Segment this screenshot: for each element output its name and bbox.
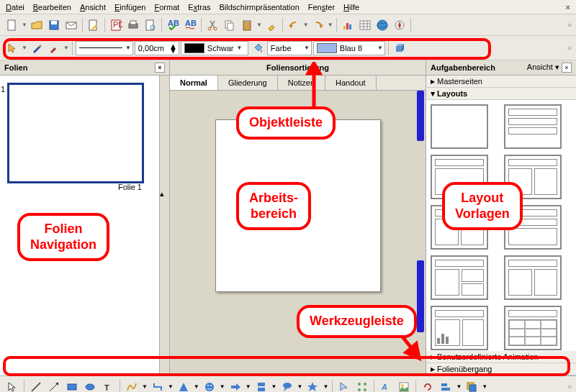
from-file-icon[interactable]: [396, 379, 412, 393]
open-icon[interactable]: [29, 17, 45, 33]
text-tool-icon[interactable]: T: [100, 379, 116, 393]
workspace-panel: Foliensortierung Normal Gliederung Notiz…: [170, 60, 426, 375]
copy-icon[interactable]: [222, 17, 238, 33]
smiley-icon[interactable]: [202, 379, 217, 393]
line-color-dropdown[interactable]: Schwar▼: [181, 41, 248, 55]
svg-point-45: [364, 388, 366, 391]
mail-icon[interactable]: [63, 17, 79, 33]
menu-datei[interactable]: Datei: [6, 3, 24, 12]
basic-shapes-icon[interactable]: [176, 379, 192, 393]
pdf-icon[interactable]: PDF: [108, 17, 124, 33]
cut-icon[interactable]: [204, 17, 220, 33]
bucket-fill-icon[interactable]: [250, 40, 266, 56]
line-tool-icon[interactable]: [28, 379, 44, 393]
tab-notizen[interactable]: Notizen: [278, 76, 325, 90]
select-tool-icon[interactable]: [4, 379, 20, 393]
3d-effect-icon[interactable]: [392, 40, 408, 56]
tab-normal[interactable]: Normal: [170, 76, 218, 90]
fill-type-dropdown[interactable]: Farbe▼: [267, 41, 312, 55]
menu-ansicht[interactable]: Ansicht: [80, 3, 106, 12]
svg-text:ABC: ABC: [185, 19, 197, 27]
layout-item[interactable]: [504, 306, 562, 350]
undo-icon[interactable]: [286, 17, 302, 33]
svg-point-36: [205, 383, 214, 391]
align-icon[interactable]: [438, 379, 454, 393]
fill-color-dropdown[interactable]: Blau 8▼: [313, 41, 385, 55]
fontwork-icon[interactable]: A: [378, 379, 394, 393]
layout-item[interactable]: [431, 104, 488, 149]
arrow-tool-icon[interactable]: [4, 40, 20, 56]
line-width-input[interactable]: 0,00cm▲▼: [135, 41, 179, 55]
menu-fenster[interactable]: Fenster: [308, 3, 335, 12]
navigator-icon[interactable]: [392, 17, 408, 33]
rect-tool-icon[interactable]: [64, 379, 80, 393]
task-close-icon[interactable]: ×: [562, 63, 572, 73]
layout-item[interactable]: [431, 205, 488, 250]
svg-point-38: [210, 385, 212, 386]
edit-doc-icon[interactable]: [86, 17, 102, 33]
chart-icon[interactable]: [340, 17, 356, 33]
svg-rect-16: [228, 23, 233, 30]
tab-gliederung[interactable]: Gliederung: [218, 76, 278, 90]
hyperlink-icon[interactable]: [374, 17, 390, 33]
callout-icon[interactable]: [279, 379, 295, 393]
layout-item[interactable]: [431, 306, 488, 350]
panel-close-icon[interactable]: ×: [155, 63, 165, 73]
section-animation[interactable]: ▶Benutzerdefinierte Animation: [426, 351, 576, 363]
menu-format[interactable]: Format: [154, 3, 179, 12]
layout-item[interactable]: [431, 255, 488, 300]
scrollbar-bottom[interactable]: [417, 260, 424, 332]
menu-einfuegen[interactable]: Einfügen: [114, 3, 145, 12]
new-doc-icon[interactable]: [4, 17, 20, 33]
print-preview-icon[interactable]: [143, 17, 158, 33]
section-masterseiten[interactable]: ▶Masterseiten: [426, 76, 576, 88]
ellipse-tool-icon[interactable]: [82, 379, 98, 393]
section-transition[interactable]: ▶Folienübergang: [426, 363, 576, 375]
menu-extras[interactable]: Extras: [188, 3, 210, 12]
redo-icon[interactable]: [310, 17, 326, 33]
layout-item[interactable]: [504, 255, 562, 300]
scrollbar-top[interactable]: [417, 91, 424, 141]
slides-scrollbar[interactable]: ▴: [159, 76, 169, 375]
tab-handout[interactable]: Handout: [325, 76, 377, 90]
section-layouts[interactable]: ▶Layouts: [426, 88, 576, 100]
pen-tool-icon[interactable]: [29, 40, 45, 56]
paste-icon[interactable]: [239, 17, 255, 33]
brush-icon[interactable]: [46, 40, 62, 56]
line-style-dropdown[interactable]: ▼: [76, 41, 133, 55]
table-icon[interactable]: [357, 17, 373, 33]
layout-item[interactable]: [504, 104, 562, 149]
svg-rect-2: [51, 21, 57, 24]
svg-rect-33: [68, 384, 76, 390]
spellcheck-icon[interactable]: ABC: [165, 17, 181, 33]
slides-panel-title: Folien ×: [0, 60, 169, 76]
glue-points-icon[interactable]: [354, 379, 370, 393]
format-paint-icon[interactable]: [264, 17, 279, 33]
flowchart-icon[interactable]: [253, 379, 269, 393]
layout-item[interactable]: [431, 155, 488, 199]
slide-canvas[interactable]: [215, 119, 381, 292]
close-icon[interactable]: ×: [566, 3, 570, 12]
curve-tool-icon[interactable]: [124, 379, 140, 393]
connector-tool-icon[interactable]: [150, 379, 166, 393]
slide-thumbnail[interactable]: 1 Folie 1: [7, 83, 144, 183]
edit-points-icon[interactable]: [336, 379, 352, 393]
star-icon[interactable]: [305, 379, 320, 393]
layout-item[interactable]: [504, 155, 562, 199]
svg-point-13: [208, 27, 211, 30]
layout-item[interactable]: [504, 205, 562, 250]
menu-bildschirm[interactable]: Bildschirmpräsentation: [220, 3, 300, 12]
svg-point-37: [207, 385, 209, 386]
arrow-line-icon[interactable]: [46, 379, 62, 393]
rotate-icon[interactable]: [420, 379, 436, 393]
arrange-icon[interactable]: [464, 379, 480, 393]
block-arrows-icon[interactable]: [228, 379, 243, 393]
save-icon[interactable]: [46, 17, 62, 33]
main-toolbar: ▼ PDF ABC ABC ▼ ▼ ▼ »: [0, 14, 576, 36]
bottom-toolbar: T ▼ ▼ ▼ ▼ ▼ ▼ ▼ ▼ A ▼ ▼ »: [0, 375, 576, 392]
menu-bearbeiten[interactable]: Bearbeiten: [33, 3, 71, 12]
print-icon[interactable]: [125, 17, 141, 33]
menu-hilfe[interactable]: Hilfe: [343, 3, 359, 12]
svg-text:PDF: PDF: [113, 20, 122, 29]
autospell-icon[interactable]: ABC: [182, 17, 198, 33]
